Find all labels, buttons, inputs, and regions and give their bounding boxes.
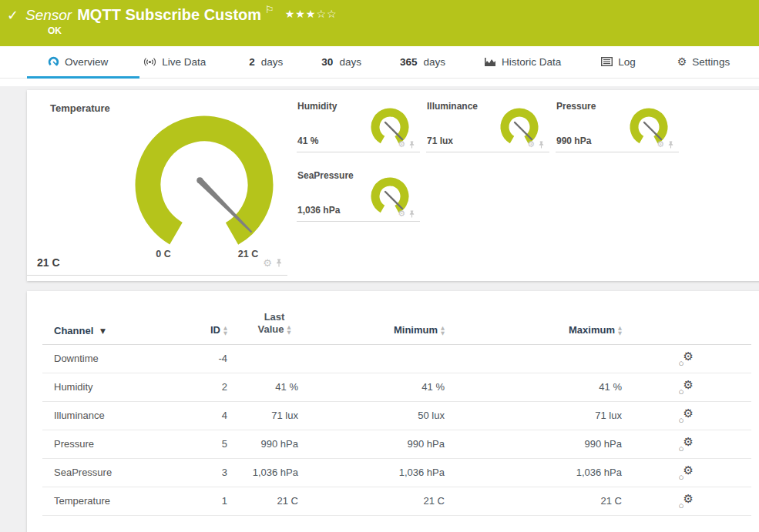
tab-historic-data[interactable]: Historic Data xyxy=(484,56,561,68)
column-header-last-value[interactable]: Last Value▲▼ xyxy=(227,311,298,336)
gauge-settings-gear-icon[interactable]: ⚙ xyxy=(527,139,535,149)
pin-icon[interactable] xyxy=(538,141,545,149)
temperature-gauge-panel: Temperature 0 C 21 C 21 C ⚙ xyxy=(27,90,287,276)
channel-name[interactable]: Pressure xyxy=(42,438,200,450)
table-row-pressure[interactable]: Pressure 5 990 hPa 990 hPa 990 hPa ⚙○ xyxy=(42,430,751,459)
channel-name[interactable]: Downtime xyxy=(42,353,200,364)
tab-number: 2 xyxy=(249,56,255,68)
channel-name[interactable]: Illuminance xyxy=(42,410,200,421)
channel-settings-icon[interactable]: ⚙○ xyxy=(678,437,694,451)
tab-live-data[interactable]: Live Data xyxy=(143,56,206,68)
page-title: MQTT Subscribe Custom xyxy=(77,6,261,23)
channel-name[interactable]: SeaPressure xyxy=(42,467,200,478)
channel-settings-icon[interactable]: ⚙○ xyxy=(678,380,694,394)
priority-flag-icon[interactable]: ⚐ xyxy=(265,4,274,15)
pin-icon[interactable] xyxy=(275,259,283,267)
active-tab-underline xyxy=(27,76,139,79)
gear-icon: ⚙ xyxy=(677,55,687,68)
tab-label: days xyxy=(423,56,445,68)
tab-settings[interactable]: ⚙ Settings xyxy=(677,55,730,68)
gauge-scale-max: 21 C xyxy=(229,249,267,259)
gauge-settings-gear-icon[interactable]: ⚙ xyxy=(263,257,272,269)
minimum-value: 990 hPa xyxy=(298,438,445,450)
tab-number: 365 xyxy=(400,56,418,68)
column-label: Minimum xyxy=(394,324,438,336)
last-value: 990 hPa xyxy=(227,438,298,450)
channel-settings-icon[interactable]: ⚙○ xyxy=(678,466,694,480)
channel-id: 4 xyxy=(200,410,227,421)
gauge-settings-gear-icon[interactable]: ⚙ xyxy=(398,139,405,149)
column-header-maximum[interactable]: Maximum▲▼ xyxy=(445,324,622,336)
tab-2-days[interactable]: 2 days xyxy=(249,56,283,68)
temperature-gauge xyxy=(135,115,274,254)
channel-settings-icon[interactable]: ⚙○ xyxy=(678,352,694,366)
channel-id: -4 xyxy=(200,353,227,364)
priority-stars[interactable]: ★★★☆☆ xyxy=(285,8,338,20)
maximum-value: 41 % xyxy=(445,381,622,393)
tab-label: days xyxy=(261,56,284,68)
table-row-illuminance[interactable]: Illuminance 4 71 lux 50 lux 71 lux ⚙○ xyxy=(42,402,751,430)
gauge-settings-gear-icon[interactable]: ⚙ xyxy=(657,139,664,149)
mini-gauge-grid: Humidity 41 % ⚙ Illumin xyxy=(297,96,705,222)
channel-id: 2 xyxy=(200,381,227,393)
maximum-value: 990 hPa xyxy=(445,438,622,450)
overview-content: Temperature 0 C 21 C 21 C ⚙ xyxy=(0,86,759,532)
tab-365-days[interactable]: 365 days xyxy=(400,56,445,68)
channel-title: Illuminance xyxy=(427,101,478,112)
channel-last-value: 1,036 hPa xyxy=(297,205,340,216)
channel-settings-icon[interactable]: ⚙○ xyxy=(678,409,694,423)
column-header-minimum[interactable]: Minimum▲▼ xyxy=(298,324,445,336)
channel-title: Humidity xyxy=(297,101,337,112)
channel-last-value: 41 % xyxy=(297,136,318,146)
channel-title: SeaPressure xyxy=(297,170,354,181)
tab-label: days xyxy=(339,56,361,68)
tab-30-days[interactable]: 30 days xyxy=(321,56,361,68)
column-header-id[interactable]: ID▲▼ xyxy=(200,324,227,336)
stars-filled[interactable]: ★★★ xyxy=(285,8,317,20)
tab-label: Log xyxy=(618,56,636,68)
sensor-header: ✓ SensorMQTT Subscribe Custom⚐★★★☆☆ OK xyxy=(0,0,759,46)
sort-desc-icon[interactable]: ▼ xyxy=(100,327,106,335)
pin-icon[interactable] xyxy=(408,210,415,218)
tab-label: Historic Data xyxy=(502,56,561,68)
gauge-icon xyxy=(48,56,59,68)
sensor-type-label: Sensor xyxy=(25,7,72,23)
tab-label: Overview xyxy=(65,56,108,68)
status-badge: OK xyxy=(48,25,62,36)
column-label: Channel xyxy=(54,325,93,336)
column-label: Value xyxy=(258,323,284,335)
minimum-value: 41 % xyxy=(298,381,445,393)
pin-icon[interactable] xyxy=(408,141,415,149)
broadcast-icon xyxy=(143,57,156,67)
gauge-settings-gear-icon[interactable]: ⚙ xyxy=(398,209,405,219)
table-header-row: Channel ▼ ID▲▼ Last Value▲▼ Minimum▲▼ xyxy=(42,291,751,345)
channels-table-card: Channel ▼ ID▲▼ Last Value▲▼ Minimum▲▼ xyxy=(27,291,759,532)
tab-overview[interactable]: Overview xyxy=(48,56,108,68)
seapressure-gauge-panel: SeaPressure 1,036 hPa ⚙ xyxy=(297,166,420,222)
tab-bar: Overview Live Data 2 days 30 days 365 da… xyxy=(0,46,759,86)
table-row-humidity[interactable]: Humidity 2 41 % 41 % 41 % ⚙○ xyxy=(42,373,751,402)
pressure-gauge-panel: Pressure 990 hPa ⚙ xyxy=(556,96,679,152)
sort-icon[interactable]: ▲▼ xyxy=(287,325,291,336)
table-row-temperature[interactable]: Temperature 1 21 C 21 C 21 C ⚙○ xyxy=(42,487,751,516)
tab-log[interactable]: Log xyxy=(601,56,636,68)
channel-settings-icon[interactable]: ⚙○ xyxy=(678,494,694,508)
stars-empty[interactable]: ☆☆ xyxy=(316,8,337,20)
minimum-value: 1,036 hPa xyxy=(298,467,445,478)
gauges-card: Temperature 0 C 21 C 21 C ⚙ xyxy=(27,90,759,281)
maximum-value: 1,036 hPa xyxy=(445,467,622,478)
area-chart-icon xyxy=(484,57,496,67)
last-value: 21 C xyxy=(227,495,298,507)
sort-icon[interactable]: ▲▼ xyxy=(618,326,622,336)
status-ok-check-icon: ✓ xyxy=(7,7,18,23)
column-label: Last xyxy=(250,311,298,323)
table-row-downtime[interactable]: Downtime -4 ⚙○ xyxy=(42,345,751,373)
channel-last-value: 21 C xyxy=(37,256,60,269)
channel-name[interactable]: Temperature xyxy=(42,495,200,507)
pin-icon[interactable] xyxy=(667,141,674,149)
column-header-channel[interactable]: Channel ▼ xyxy=(42,325,200,336)
tab-number: 30 xyxy=(321,56,333,68)
illuminance-gauge-panel: Illuminance 71 lux ⚙ xyxy=(426,96,549,152)
table-row-seapressure[interactable]: SeaPressure 3 1,036 hPa 1,036 hPa 1,036 … xyxy=(42,459,751,487)
channel-name[interactable]: Humidity xyxy=(42,381,200,393)
